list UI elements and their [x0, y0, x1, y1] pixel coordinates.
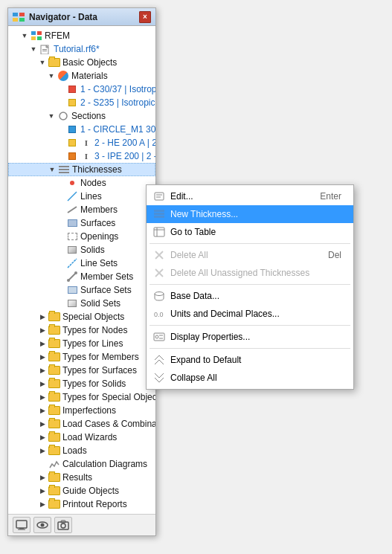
cm-base-data[interactable]: Base Data...	[147, 287, 353, 305]
cm-expand-label: Expand to Default	[170, 355, 341, 365]
cm-delete-all: Delete All Del	[147, 246, 353, 264]
specialobj-label: Special Objects	[62, 312, 124, 322]
tree-specialobj[interactable]: ▶ Special Objects	[8, 310, 155, 323]
svg-line-52	[155, 373, 159, 378]
tree-membersets[interactable]: ▼ Member Sets	[8, 270, 155, 283]
tree-loadwizards[interactable]: ▶ Load Wizards	[8, 431, 155, 444]
tree-file[interactable]: ▼ Tutorial.rf6*	[8, 42, 155, 56]
surfaces-label: Surfaces	[80, 218, 115, 228]
tree-types-surfaces[interactable]: ▶ Types for Surfaces	[8, 364, 155, 377]
tree-sections[interactable]: ▼ Sections	[8, 109, 155, 123]
svg-rect-12	[59, 166, 69, 167]
rfem-logo-icon	[13, 13, 25, 22]
tree-materials[interactable]: ▼ Materials	[8, 69, 155, 83]
tree-calc-diagrams[interactable]: ▶ Calculation Diagrams	[8, 457, 155, 471]
cm-edit-label: Edit...	[170, 191, 315, 202]
types-surfaces-folder-icon	[48, 364, 60, 376]
svg-point-45	[155, 335, 158, 338]
types-nodes-label: Types for Nodes	[62, 325, 127, 335]
svg-rect-6	[31, 36, 36, 40]
sections-label: Sections	[71, 111, 106, 121]
delete-all-icon	[152, 249, 166, 261]
close-button[interactable]: ×	[139, 11, 151, 23]
svg-line-16	[68, 207, 77, 213]
loadwizards-folder-icon	[48, 431, 60, 443]
sections-icon	[57, 110, 69, 122]
tree-rfem[interactable]: ▼ RFEM	[8, 29, 155, 42]
sec3-color-icon	[66, 150, 78, 162]
cm-goto-table[interactable]: Go to Table	[147, 223, 353, 241]
results-folder-icon	[48, 471, 60, 483]
expand-icon	[152, 354, 166, 366]
tree-basic-objects[interactable]: ▼ Basic Objects	[8, 56, 155, 69]
svg-rect-13	[59, 169, 69, 170]
tree-types-lines[interactable]: ▶ Types for Lines	[8, 337, 155, 350]
tree-printout[interactable]: ▶ Printout Reports	[8, 497, 155, 511]
svg-line-17	[68, 259, 77, 268]
cm-display-properties[interactable]: Display Properties...	[147, 328, 353, 346]
eye-button[interactable]	[33, 517, 51, 533]
cm-expand[interactable]: Expand to Default	[147, 351, 353, 369]
edit-icon	[152, 190, 166, 202]
cm-sep2	[150, 284, 350, 285]
chevron-specialobj: ▶	[38, 312, 47, 321]
printout-label: Printout Reports	[62, 499, 127, 509]
tree-thicknesses[interactable]: ▼ Thicknesses	[8, 163, 155, 176]
tree-members[interactable]: ▼ Members	[8, 203, 155, 216]
svg-point-42	[155, 292, 164, 296]
rfem-icon	[30, 30, 42, 42]
tree-lines[interactable]: ▼ Lines	[8, 190, 155, 203]
context-menu: Edit... Enter New Thickness... Go to Tab…	[146, 184, 354, 390]
tree-solids[interactable]: ▼ Solids	[8, 243, 155, 257]
tree-nodes[interactable]: ▼ Nodes	[8, 176, 155, 190]
svg-rect-9	[42, 49, 47, 50]
node-icon	[66, 177, 78, 189]
cm-new-thickness[interactable]: New Thickness...	[147, 205, 353, 223]
tree-openings[interactable]: ▼ Openings	[8, 230, 155, 243]
tree-types-solids[interactable]: ▶ Types for Solids	[8, 377, 155, 390]
loadwizards-label: Load Wizards	[62, 432, 117, 442]
chevron-loadwizards: ▶	[38, 433, 47, 442]
svg-line-53	[159, 373, 164, 378]
cm-collapse[interactable]: Collapse All	[147, 369, 353, 387]
chevron-types-members: ▶	[38, 352, 47, 361]
base-data-icon	[152, 290, 166, 302]
sec2-label: 2 - HE 200 A | 2 - S235	[94, 138, 155, 148]
tree-guide-objects[interactable]: ▶ Guide Objects	[8, 484, 155, 497]
monitor-button[interactable]	[13, 517, 30, 533]
tree-mat2[interactable]: ▼ 2 - S235 | Isotropic | Linear Elastic	[8, 96, 155, 109]
tree-types-nodes[interactable]: ▶ Types for Nodes	[8, 323, 155, 337]
tree-sec3[interactable]: ▼ I 3 - IPE 200 | 2 - S235	[8, 149, 155, 163]
cm-edit[interactable]: Edit... Enter	[147, 187, 353, 205]
solidsets-icon	[66, 297, 78, 309]
solidsets-label: Solid Sets	[80, 298, 121, 309]
tree-sec1[interactable]: ▼ 1 - CIRCLE_M1 300 | 1 - C30/37	[8, 123, 155, 136]
svg-rect-2	[13, 18, 18, 22]
tree-linesets[interactable]: ▼ Line Sets	[8, 257, 155, 270]
surfaces-icon	[66, 217, 78, 229]
loadcases-label: Load Cases & Combinations	[62, 419, 155, 429]
chevron-types-nodes: ▶	[38, 326, 47, 335]
cm-units[interactable]: 0.0 Units and Decimal Places...	[147, 305, 353, 323]
materials-icon	[57, 70, 69, 82]
chevron-basic-objects: ▼	[38, 58, 47, 67]
tree-types-specialobj[interactable]: ▶ Types for Special Objects	[8, 390, 155, 404]
types-specialobj-label: Types for Special Objects	[62, 392, 155, 402]
types-surfaces-label: Types for Surfaces	[62, 365, 137, 376]
cm-units-label: Units and Decimal Places...	[170, 309, 341, 319]
surfacesets-icon	[66, 284, 78, 296]
tree-surfacesets[interactable]: ▼ Surface Sets	[8, 283, 155, 297]
tree-imperfections[interactable]: ▶ Imperfections	[8, 404, 155, 417]
cm-delete-all-shortcut: Del	[328, 250, 341, 260]
tree-loads[interactable]: ▶ Loads	[8, 444, 155, 457]
tree-sec2[interactable]: ▼ I 2 - HE 200 A | 2 - S235	[8, 136, 155, 149]
tree-surfaces[interactable]: ▼ Surfaces	[8, 216, 155, 230]
goto-table-icon	[152, 226, 166, 238]
tree-loadcases[interactable]: ▶ Load Cases & Combinations	[8, 417, 155, 431]
tree-results[interactable]: ▶ Results	[8, 471, 155, 484]
tree-solidsets[interactable]: ▼ Solid Sets	[8, 297, 155, 310]
specialobj-folder-icon	[48, 311, 60, 323]
tree-mat1[interactable]: ▼ 1 - C30/37 | Isotropic | Linear Elasti…	[8, 83, 155, 96]
tree-types-members[interactable]: ▶ Types for Members	[8, 350, 155, 364]
camera-button[interactable]	[54, 517, 72, 533]
